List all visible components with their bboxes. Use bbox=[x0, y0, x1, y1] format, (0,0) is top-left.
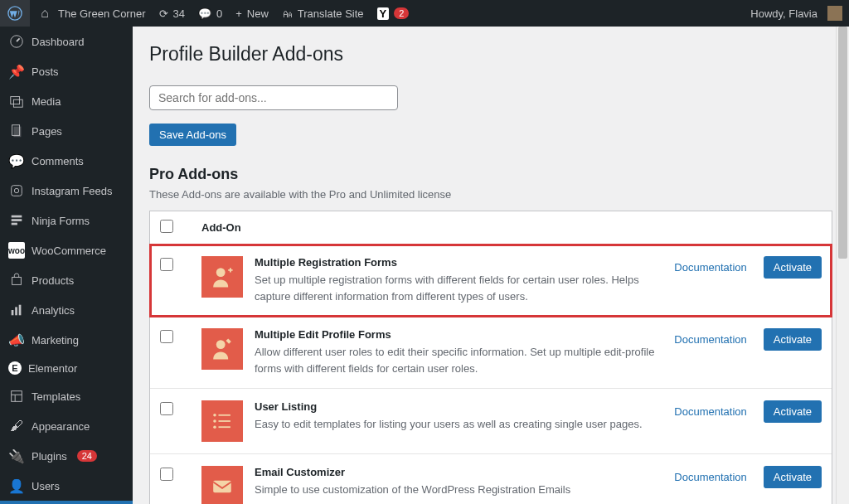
activate-button[interactable]: Activate bbox=[764, 466, 822, 488]
my-account[interactable]: Howdy, Flavia bbox=[744, 0, 849, 27]
sidebar-item-products[interactable]: Products bbox=[0, 265, 133, 295]
sidebar-item-appearance[interactable]: 🖌Appearance bbox=[0, 411, 133, 441]
svg-rect-6 bbox=[12, 186, 22, 196]
svg-point-23 bbox=[213, 419, 216, 423]
yoast-icon: Y bbox=[377, 7, 390, 20]
addon-title: Multiple Registration Forms bbox=[255, 256, 662, 269]
addon-row: Multiple Edit Profile Forms Allow differ… bbox=[150, 317, 832, 389]
svg-rect-8 bbox=[12, 216, 22, 218]
user-plus-icon bbox=[201, 256, 243, 298]
sidebar-item-media[interactable]: Media bbox=[0, 86, 133, 116]
activate-button[interactable]: Activate bbox=[764, 400, 822, 423]
documentation-link[interactable]: Documentation bbox=[674, 405, 746, 418]
search-input[interactable] bbox=[149, 85, 398, 110]
sidebar-item-label: Users bbox=[32, 480, 60, 492]
addon-table: Add-On Multiple Registration Forms Set u… bbox=[149, 211, 832, 504]
new-content-link[interactable]: +New bbox=[229, 0, 275, 27]
plugins-icon: 🔌 bbox=[8, 448, 25, 464]
pin-icon: 📌 bbox=[8, 63, 25, 80]
addon-checkbox[interactable] bbox=[160, 330, 173, 343]
save-button[interactable]: Save Add-ons bbox=[149, 124, 236, 146]
sidebar-item-users[interactable]: 👤Users bbox=[0, 471, 133, 501]
sidebar-item-label: Analytics bbox=[32, 304, 75, 317]
documentation-link[interactable]: Documentation bbox=[674, 471, 746, 483]
appearance-icon: 🖌 bbox=[8, 418, 25, 434]
sidebar-item-templates[interactable]: Templates bbox=[0, 381, 133, 411]
svg-point-19 bbox=[216, 268, 226, 277]
users-icon: 👤 bbox=[8, 477, 25, 494]
addon-desc: Allow different user roles to edit their… bbox=[255, 344, 662, 376]
wordpress-icon bbox=[7, 5, 23, 22]
scroll-thumb[interactable] bbox=[838, 27, 847, 259]
addon-title: Email Customizer bbox=[255, 466, 662, 478]
admin-bar: ⌂The Green Corner ⟳34 💬0 +New 🗛Translate… bbox=[0, 0, 849, 27]
sidebar-item-label: Posts bbox=[32, 65, 59, 78]
sidebar-item-comments[interactable]: 💬Comments bbox=[0, 146, 133, 176]
sidebar-item-woo[interactable]: wooWooCommerce bbox=[0, 235, 133, 265]
woo-icon: woo bbox=[8, 242, 25, 259]
addon-checkbox[interactable] bbox=[160, 258, 173, 271]
documentation-link[interactable]: Documentation bbox=[674, 261, 746, 274]
sidebar-item-dashboard[interactable]: Dashboard bbox=[0, 27, 133, 56]
yoast-link[interactable]: Y2 bbox=[371, 0, 416, 27]
sidebar-item-label: Templates bbox=[32, 390, 80, 403]
dashboard-icon bbox=[8, 33, 25, 50]
sidebar-item-label: Dashboard bbox=[32, 36, 85, 48]
sidebar-item-label: Appearance bbox=[32, 420, 90, 433]
user-edit-icon bbox=[201, 328, 243, 370]
updates-link[interactable]: ⟳34 bbox=[153, 0, 192, 27]
sidebar-item-ninja[interactable]: Ninja Forms bbox=[0, 206, 133, 235]
sidebar-item-label: Ninja Forms bbox=[32, 215, 90, 227]
sidebar-item-label: Comments bbox=[32, 155, 84, 167]
svg-rect-27 bbox=[213, 481, 231, 492]
sidebar-item-marketing[interactable]: 📣Marketing bbox=[0, 325, 133, 355]
site-name-link[interactable]: ⌂The Green Corner bbox=[30, 0, 153, 27]
page-title: Profile Builder Add-ons bbox=[149, 43, 832, 65]
marketing-icon: 📣 bbox=[8, 332, 25, 348]
sidebar-item-profile-builder[interactable]: Profile Builder bbox=[0, 501, 133, 504]
translate-link[interactable]: 🗛Translate Site bbox=[275, 0, 371, 27]
sidebar-item-elementor[interactable]: EElementor bbox=[0, 355, 133, 381]
sidebar-item-instagram[interactable]: Instagram Feeds bbox=[0, 176, 133, 206]
page-icon bbox=[8, 123, 25, 139]
addon-checkbox[interactable] bbox=[160, 402, 173, 415]
sidebar-item-analytics[interactable]: Analytics bbox=[0, 295, 133, 325]
main-content: Profile Builder Add-ons Save Add-ons Pro… bbox=[133, 27, 849, 504]
table-header: Add-On bbox=[150, 211, 832, 245]
svg-point-21 bbox=[213, 414, 216, 417]
form-icon bbox=[8, 212, 25, 229]
sidebar-item-label: Elementor bbox=[28, 362, 77, 375]
svg-rect-22 bbox=[219, 414, 230, 416]
comment-icon: 💬 bbox=[8, 153, 25, 169]
svg-rect-15 bbox=[12, 391, 22, 402]
analytics-icon bbox=[8, 302, 25, 318]
addon-checkbox[interactable] bbox=[160, 468, 173, 481]
refresh-icon: ⟳ bbox=[159, 7, 168, 20]
list-icon bbox=[201, 400, 243, 442]
activate-button[interactable]: Activate bbox=[764, 328, 822, 351]
svg-point-7 bbox=[14, 188, 18, 192]
plugin-count-badge: 24 bbox=[77, 450, 97, 462]
addon-row: User Listing Easy to edit templates for … bbox=[150, 389, 832, 454]
svg-rect-3 bbox=[13, 99, 22, 107]
sidebar-item-label: Marketing bbox=[32, 334, 79, 346]
section-subtitle: These Add-ons are available with the Pro… bbox=[149, 188, 832, 201]
select-all-checkbox[interactable] bbox=[160, 220, 173, 233]
instagram-icon bbox=[8, 182, 25, 199]
wp-logo[interactable] bbox=[0, 0, 30, 27]
activate-button[interactable]: Activate bbox=[764, 256, 822, 279]
comments-link[interactable]: 💬0 bbox=[192, 0, 229, 27]
translate-icon: 🗛 bbox=[282, 7, 293, 20]
section-title: Pro Add-ons bbox=[149, 166, 832, 183]
scrollbar[interactable] bbox=[836, 27, 849, 504]
sidebar-item-label: Products bbox=[32, 274, 74, 287]
sidebar-item-pages[interactable]: Pages bbox=[0, 116, 133, 146]
media-icon bbox=[8, 93, 25, 109]
documentation-link[interactable]: Documentation bbox=[674, 333, 746, 346]
column-header-addon: Add-On bbox=[201, 221, 241, 234]
svg-rect-13 bbox=[15, 307, 17, 315]
sidebar-item-plugins[interactable]: 🔌Plugins24 bbox=[0, 441, 133, 471]
sidebar-item-label: Plugins bbox=[32, 450, 67, 463]
addon-desc: Simple to use customization of the WordP… bbox=[255, 482, 662, 498]
sidebar-item-posts[interactable]: 📌Posts bbox=[0, 56, 133, 86]
